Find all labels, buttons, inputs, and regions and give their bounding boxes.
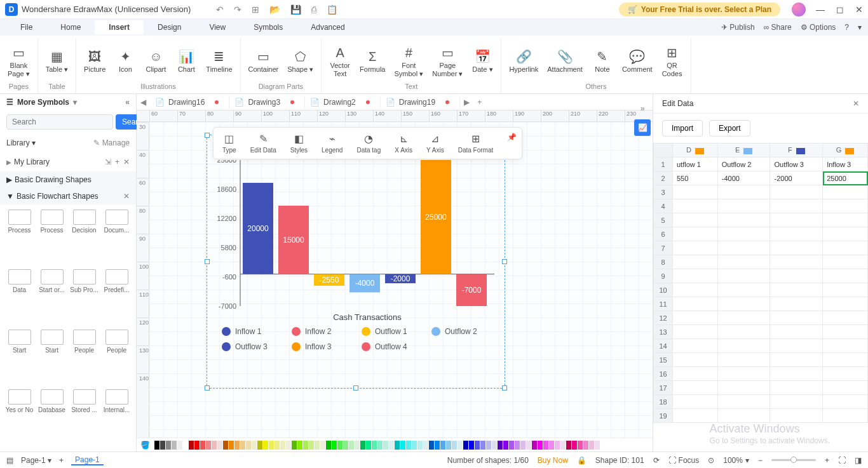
menu-view[interactable]: View xyxy=(195,20,240,34)
cell[interactable] xyxy=(770,353,823,367)
color-swatch[interactable] xyxy=(349,441,354,450)
color-swatch[interactable] xyxy=(572,441,577,450)
cell[interactable] xyxy=(770,339,823,353)
color-swatch[interactable] xyxy=(172,441,177,450)
shape-start[interactable]: Start xyxy=(4,330,35,387)
pin-icon[interactable]: 📌 xyxy=(505,130,519,144)
color-swatch[interactable] xyxy=(560,441,566,450)
cell[interactable] xyxy=(673,185,718,199)
help-icon[interactable]: ? xyxy=(844,23,849,32)
cell[interactable] xyxy=(823,395,868,409)
chart-tool-type[interactable]: ◫Type xyxy=(216,130,243,156)
cell[interactable]: 25000 xyxy=(823,171,868,185)
color-swatch[interactable] xyxy=(217,441,222,450)
cell[interactable]: -2000 xyxy=(770,171,823,185)
cell[interactable]: -4000 xyxy=(717,171,770,185)
cell[interactable] xyxy=(717,381,770,395)
menu-symbols[interactable]: Symbols xyxy=(240,20,297,34)
row-header[interactable]: 16 xyxy=(654,367,673,381)
redo-icon[interactable]: ↷ xyxy=(234,4,241,15)
color-swatch[interactable] xyxy=(475,441,480,450)
cell[interactable] xyxy=(770,297,823,311)
add-lib-icon[interactable]: + xyxy=(115,157,119,166)
color-swatch[interactable] xyxy=(366,441,371,450)
cell[interactable] xyxy=(717,311,770,325)
color-swatch[interactable] xyxy=(286,441,291,450)
close-section-icon[interactable]: ✕ xyxy=(123,192,130,201)
options-link[interactable]: ⚙ Options xyxy=(801,23,836,32)
cell[interactable] xyxy=(717,199,770,213)
cell[interactable] xyxy=(770,213,823,227)
row-header[interactable]: 19 xyxy=(654,409,673,423)
color-swatch[interactable] xyxy=(509,441,514,450)
color-swatch[interactable] xyxy=(429,441,434,450)
lock-icon[interactable]: 🔒 xyxy=(577,456,587,465)
close-icon[interactable]: ✕ xyxy=(855,4,863,15)
resize-handle[interactable] xyxy=(502,385,507,391)
refresh-icon[interactable]: ⟳ xyxy=(653,456,660,465)
color-swatch[interactable] xyxy=(589,441,594,450)
color-swatch[interactable] xyxy=(458,441,463,450)
color-swatch[interactable] xyxy=(435,441,440,450)
zoom-in-icon[interactable]: + xyxy=(825,456,829,465)
chart[interactable]: 2500018600122005800-600-70002000015000-2… xyxy=(210,160,502,382)
cell[interactable] xyxy=(823,409,868,423)
clipboard-icon[interactable]: 📋 xyxy=(327,4,337,15)
ribbon-clipart[interactable]: ☺Clipart xyxy=(141,39,170,82)
focus-button[interactable]: ⛶ Focus xyxy=(668,456,700,465)
cell[interactable]: utflow 1 xyxy=(673,157,718,171)
cell[interactable] xyxy=(823,339,868,353)
row-header[interactable]: 4 xyxy=(654,199,673,213)
fullscreen-icon[interactable]: ⛶ xyxy=(838,456,846,465)
ribbon-qr[interactable]: ⊞QRCodes xyxy=(658,39,687,82)
row-header[interactable]: 17 xyxy=(654,381,673,395)
section-basic-drawing[interactable]: Basic Drawing Shapes xyxy=(15,175,92,184)
shape-database[interactable]: Database xyxy=(36,389,67,446)
cell[interactable] xyxy=(823,241,868,255)
color-swatch[interactable] xyxy=(246,441,251,450)
color-swatch[interactable] xyxy=(469,441,474,450)
zoom-out-icon[interactable]: − xyxy=(758,456,763,465)
chart-tool-editdata[interactable]: ✎Edit Data xyxy=(244,130,283,156)
cell[interactable] xyxy=(823,311,868,325)
cell[interactable] xyxy=(823,227,868,241)
buy-now-link[interactable]: Buy Now xyxy=(538,456,568,465)
color-swatch[interactable] xyxy=(166,441,171,450)
color-swatch[interactable] xyxy=(160,441,165,450)
cell[interactable] xyxy=(717,339,770,353)
caret-icon[interactable]: ▼ xyxy=(6,192,14,201)
resize-handle[interactable] xyxy=(205,385,210,391)
cell[interactable] xyxy=(823,367,868,381)
cell[interactable] xyxy=(823,199,868,213)
resize-handle[interactable] xyxy=(502,259,507,264)
shape-stored[interactable]: Stored ... xyxy=(69,389,100,446)
color-swatch[interactable] xyxy=(440,441,445,450)
cell[interactable] xyxy=(823,353,868,367)
maximize-icon[interactable]: ◻ xyxy=(836,4,844,15)
new-icon[interactable]: ⊞ xyxy=(252,4,259,15)
ribbon-formula[interactable]: ΣFormula xyxy=(356,39,389,82)
color-swatch[interactable] xyxy=(515,441,520,450)
open-icon[interactable]: 📂 xyxy=(269,4,280,15)
cell[interactable] xyxy=(673,297,718,311)
color-swatch[interactable] xyxy=(257,441,262,450)
ribbon-icon[interactable]: ✦Icon xyxy=(111,39,140,82)
color-swatch[interactable] xyxy=(177,441,182,450)
color-swatch[interactable] xyxy=(383,441,388,450)
cell[interactable] xyxy=(717,325,770,339)
color-swatch[interactable] xyxy=(452,441,457,450)
cell[interactable] xyxy=(717,367,770,381)
tab-prev-icon[interactable]: ◀ xyxy=(137,98,150,107)
chart-tool-datatag[interactable]: ◔Data tag xyxy=(350,130,387,156)
menu-advanced[interactable]: Advanced xyxy=(297,20,358,34)
color-swatch[interactable] xyxy=(303,441,308,450)
ribbon-hyperlink[interactable]: 🔗Hyperlink xyxy=(505,39,542,82)
cell[interactable] xyxy=(673,283,718,297)
color-swatch[interactable] xyxy=(355,441,360,450)
col-header[interactable]: G xyxy=(823,144,868,157)
panels-icon[interactable]: ◨ xyxy=(855,456,862,465)
color-swatch[interactable] xyxy=(263,441,268,450)
save-icon[interactable]: 💾 xyxy=(290,4,301,15)
print-icon[interactable]: ⎙ xyxy=(311,4,316,15)
row-header[interactable]: 14 xyxy=(654,339,673,353)
